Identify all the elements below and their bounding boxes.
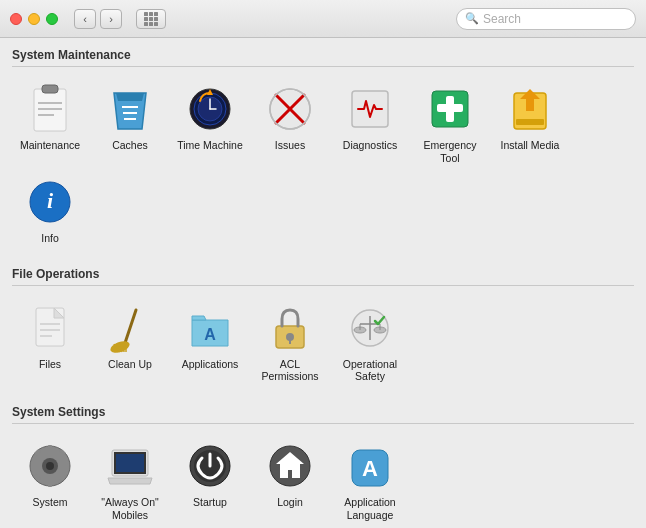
svg-line-39 [123, 344, 124, 352]
minimize-button[interactable] [28, 13, 40, 25]
item-maintenance[interactable]: Maintenance [12, 79, 88, 168]
icon-acl-permissions [264, 302, 316, 354]
item-operational-safety[interactable]: Operational Safety [332, 298, 408, 387]
item-info[interactable]: i Info [12, 172, 88, 249]
label-operational-safety: Operational Safety [334, 358, 406, 383]
maximize-button[interactable] [46, 13, 58, 25]
item-install-media[interactable]: Install Media [492, 79, 568, 168]
item-files[interactable]: Files [12, 298, 88, 387]
label-clean-up: Clean Up [108, 358, 152, 371]
svg-text:i: i [47, 188, 54, 213]
label-acl-permissions: ACL Permissions [254, 358, 326, 383]
search-placeholder: Search [483, 12, 521, 26]
svg-text:A: A [204, 326, 216, 343]
section-title-system-maintenance: System Maintenance [12, 48, 634, 67]
svg-rect-1 [42, 85, 58, 93]
svg-rect-26 [516, 119, 544, 125]
icon-login [264, 440, 316, 492]
svg-rect-65 [116, 454, 144, 472]
icon-applications-fo: A [184, 302, 236, 354]
icon-issues [264, 83, 316, 135]
main-content: System Maintenance Maintenance [0, 38, 646, 528]
icon-grid-system-maintenance: Maintenance Caches [12, 75, 634, 253]
label-application-language: Application Language [334, 496, 406, 521]
icon-application-language: A [344, 440, 396, 492]
item-diagnostics[interactable]: Diagnostics [332, 79, 408, 168]
nav-buttons: ‹ › [74, 9, 122, 29]
svg-rect-58 [63, 464, 69, 468]
svg-rect-23 [437, 104, 463, 112]
icon-grid-system-settings: System "Always On" Mobiles [12, 432, 634, 528]
label-applications-fo: Applications [182, 358, 239, 371]
label-system: System [32, 496, 67, 509]
item-applications-fo[interactable]: A Applications [172, 298, 248, 387]
search-icon: 🔍 [465, 12, 479, 25]
section-system-maintenance: System Maintenance Maintenance [12, 48, 634, 253]
titlebar: ‹ › 🔍 Search [0, 0, 646, 38]
item-clean-up[interactable]: Clean Up [92, 298, 168, 387]
item-emergency-tool[interactable]: Emergency Tool [412, 79, 488, 168]
item-startup[interactable]: Startup [172, 436, 248, 525]
label-install-media: Install Media [501, 139, 560, 152]
label-startup: Startup [193, 496, 227, 509]
label-login: Login [277, 496, 303, 509]
icon-grid-file-operations: Files Clean Up [12, 294, 634, 391]
item-time-machine[interactable]: Time Machine [172, 79, 248, 168]
icon-maintenance [24, 83, 76, 135]
item-caches[interactable]: Caches [92, 79, 168, 168]
label-maintenance: Maintenance [20, 139, 80, 152]
label-always-on-mobiles: "Always On" Mobiles [94, 496, 166, 521]
icon-time-machine [184, 83, 236, 135]
forward-button[interactable]: › [100, 9, 122, 29]
svg-marker-6 [116, 93, 144, 101]
traffic-lights [10, 13, 58, 25]
item-login[interactable]: Login [252, 436, 328, 525]
section-file-operations: File Operations Files [12, 267, 634, 391]
icon-files [24, 302, 76, 354]
label-info: Info [41, 232, 59, 245]
svg-text:A: A [362, 456, 378, 481]
svg-line-34 [124, 310, 136, 346]
item-always-on-mobiles[interactable]: "Always On" Mobiles [92, 436, 168, 525]
svg-rect-57 [31, 464, 37, 468]
icon-caches [104, 83, 156, 135]
icon-operational-safety [344, 302, 396, 354]
close-button[interactable] [10, 13, 22, 25]
item-issues[interactable]: Issues [252, 79, 328, 168]
label-time-machine: Time Machine [177, 139, 243, 152]
section-title-file-operations: File Operations [12, 267, 634, 286]
icon-diagnostics [344, 83, 396, 135]
back-button[interactable]: ‹ [74, 9, 96, 29]
grid-view-button[interactable] [136, 9, 166, 29]
label-emergency-tool: Emergency Tool [414, 139, 486, 164]
svg-rect-56 [48, 481, 52, 487]
icon-emergency-tool [424, 83, 476, 135]
item-acl-permissions[interactable]: ACL Permissions [252, 298, 328, 387]
section-system-settings: System Settings [12, 405, 634, 528]
icon-info: i [24, 176, 76, 228]
icon-always-on-mobiles [104, 440, 156, 492]
section-title-system-settings: System Settings [12, 405, 634, 424]
icon-clean-up [104, 302, 156, 354]
svg-rect-0 [34, 89, 66, 131]
item-application-language[interactable]: A Application Language [332, 436, 408, 525]
label-diagnostics: Diagnostics [343, 139, 397, 152]
icon-system [24, 440, 76, 492]
label-caches: Caches [112, 139, 148, 152]
icon-startup [184, 440, 236, 492]
search-bar[interactable]: 🔍 Search [456, 8, 636, 30]
icon-install-media [504, 83, 556, 135]
label-files: Files [39, 358, 61, 371]
svg-rect-55 [48, 445, 52, 451]
label-issues: Issues [275, 139, 305, 152]
svg-point-54 [46, 462, 54, 470]
item-system[interactable]: System [12, 436, 88, 525]
